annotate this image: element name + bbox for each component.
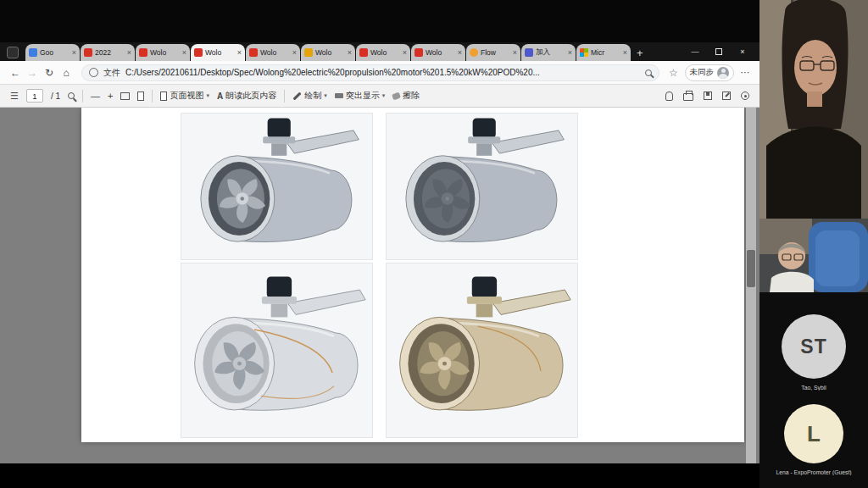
close-tab-icon[interactable]: ×	[348, 48, 352, 57]
participant-avatar[interactable]: ST	[782, 314, 846, 379]
save-icon[interactable]	[704, 92, 712, 100]
erase-button[interactable]: 擦除	[392, 90, 420, 102]
favorite-star-icon[interactable]: ☆	[666, 67, 682, 79]
refresh-button[interactable]: ↻	[41, 67, 58, 79]
close-tab-icon[interactable]: ×	[458, 48, 462, 57]
zoom-out-button[interactable]: —	[91, 91, 100, 101]
settings-gear-icon[interactable]	[741, 92, 749, 100]
page-number-input[interactable]: 1	[26, 89, 43, 103]
zoom-search-icon[interactable]	[645, 69, 652, 76]
file-badge-label: 文件	[103, 67, 120, 79]
browser-tab-wolong-5[interactable]: Wolo ×	[356, 44, 410, 61]
pdf-scrollbar[interactable]	[746, 108, 756, 463]
tab-label: Micr	[591, 48, 621, 57]
chevron-down-icon: ▾	[324, 92, 327, 99]
desktop-bottom-strip	[0, 463, 760, 488]
toc-icon[interactable]: ☰	[10, 91, 19, 102]
pdf-scrollbar-thumb[interactable]	[747, 250, 755, 287]
pdf-toolbar: ☰ 1 / 1 — + 页面视图 ▾ A 朗读此页内容 绘制 ▾	[0, 85, 760, 108]
url-text[interactable]: C:/Users/20210611/Desktop/Spec/Wolong%20…	[125, 68, 640, 77]
fit-to-width-icon[interactable]	[120, 92, 130, 100]
browser-tab-flow[interactable]: Flow ×	[466, 44, 520, 61]
close-tab-icon[interactable]: ×	[623, 48, 627, 57]
google-doc-icon	[29, 48, 37, 57]
search-icon[interactable]	[68, 92, 75, 99]
pdf-icon	[249, 48, 258, 57]
chevron-down-icon: ▾	[382, 92, 386, 99]
profile-sync-button[interactable]: 未同步	[685, 64, 735, 81]
pdf-icon	[359, 48, 368, 57]
forward-button[interactable]: →	[24, 67, 41, 79]
browser-menu-button[interactable]: ⋯	[737, 67, 753, 78]
fullscreen-icon[interactable]	[722, 92, 731, 100]
zoom-in-button[interactable]: +	[108, 91, 113, 101]
read-aloud-icon: A	[217, 92, 223, 101]
webcam-woman-image	[760, 0, 868, 219]
url-field[interactable]: 文件 C:/Users/20210611/Desktop/Spec/Wolong…	[81, 64, 659, 81]
pdf-viewport[interactable]	[0, 108, 760, 463]
profile-avatar-icon	[717, 67, 729, 79]
tab-label: Wolo	[260, 48, 291, 57]
participant-video-1[interactable]	[760, 0, 868, 219]
close-tab-icon[interactable]: ×	[568, 48, 572, 57]
tab-label: Flow	[481, 48, 511, 57]
screen-share-region: Goo × 2022 × Wolo × Wolo × Wolo ×	[0, 0, 760, 488]
close-window-button[interactable]: ×	[731, 42, 754, 61]
tab-label: Wolo	[205, 48, 236, 57]
close-tab-icon[interactable]: ×	[513, 48, 517, 57]
tab-label: 2022	[95, 48, 125, 57]
highlight-label: 突出显示	[346, 90, 380, 102]
close-tab-icon[interactable]: ×	[237, 48, 242, 57]
eraser-icon	[392, 92, 401, 100]
close-tab-icon[interactable]: ×	[127, 48, 131, 57]
webcam-man-image	[760, 219, 868, 292]
sheet-icon	[304, 48, 313, 57]
home-button[interactable]: ⌂	[58, 67, 75, 79]
browser-tab-google[interactable]: Goo ×	[25, 44, 80, 61]
draw-label: 绘制	[304, 90, 321, 102]
screen: Goo × 2022 × Wolo × Wolo × Wolo ×	[0, 0, 868, 488]
microsoft-icon	[580, 48, 588, 57]
new-tab-button[interactable]: +	[637, 47, 643, 59]
browser-tab-wolong-1[interactable]: Wolo ×	[136, 44, 190, 61]
browser-tab-2022[interactable]: 2022 ×	[81, 44, 135, 61]
close-tab-icon[interactable]: ×	[403, 48, 407, 57]
single-page-icon[interactable]	[137, 92, 144, 101]
tab-search-icon[interactable]	[7, 47, 19, 58]
page-view-button[interactable]: 页面视图 ▾	[160, 90, 209, 102]
tab-label: 加入	[536, 47, 566, 58]
back-button[interactable]: ←	[7, 67, 24, 79]
tab-label: Wolo	[370, 48, 401, 57]
browser-tab-microsoft[interactable]: Micr ×	[576, 44, 631, 61]
close-tab-icon[interactable]: ×	[182, 48, 186, 57]
tab-label: Wolo	[150, 48, 181, 57]
divider	[152, 90, 153, 103]
participant-avatar[interactable]: L	[784, 404, 843, 463]
close-tab-icon[interactable]: ×	[72, 48, 76, 57]
pdf-icon	[415, 48, 423, 57]
close-tab-icon[interactable]: ×	[292, 48, 297, 57]
highlighter-icon	[335, 93, 343, 98]
flow-icon	[470, 48, 478, 57]
draw-button[interactable]: 绘制 ▾	[292, 90, 327, 102]
browser-tab-join-meeting[interactable]: 加入 ×	[521, 44, 576, 61]
read-aloud-button[interactable]: A 朗读此页内容	[217, 90, 276, 102]
tab-label: Wolo	[315, 48, 346, 57]
minimize-button[interactable]: —	[683, 42, 707, 61]
browser-tab-wolong-6[interactable]: Wolo ×	[411, 44, 465, 61]
browser-tab-wolong-active[interactable]: Wolo ×	[191, 44, 245, 61]
browser-tab-strip: Goo × 2022 × Wolo × Wolo × Wolo ×	[0, 42, 760, 61]
maximize-button[interactable]	[707, 42, 731, 61]
print-icon[interactable]	[683, 93, 693, 101]
browser-tab-wolong-3[interactable]: Wolo ×	[246, 44, 300, 61]
hand-tool-icon[interactable]	[665, 92, 673, 101]
participant-name: Lena - ExpoPromoter (Guest)	[761, 469, 866, 475]
browser-tab-wolong-4[interactable]: Wolo ×	[301, 44, 355, 61]
page-view-icon	[160, 92, 167, 101]
highlight-button[interactable]: 突出显示 ▾	[335, 90, 386, 102]
chevron-down-icon: ▾	[206, 92, 209, 99]
info-icon[interactable]	[89, 68, 98, 77]
participant-name: Tao, Sybil	[761, 385, 866, 391]
call-sidebar: ST Tao, Sybil L Lena - ExpoPromoter (Gue…	[760, 0, 868, 488]
participant-video-2[interactable]	[760, 219, 868, 292]
